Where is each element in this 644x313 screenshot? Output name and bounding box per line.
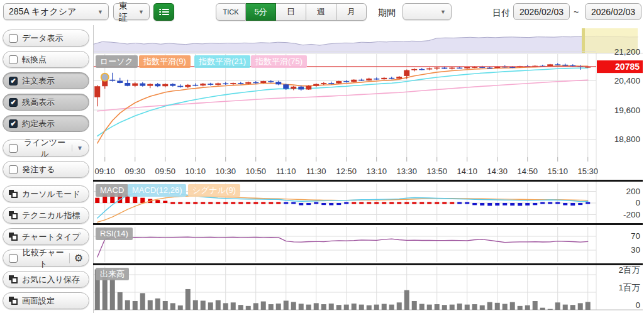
svg-text:30: 30 <box>631 245 640 255</box>
date-from-input[interactable] <box>513 3 570 20</box>
legend-ema9: 指数平滑(9) <box>139 55 191 68</box>
rsi-panel: 7030 <box>94 231 640 257</box>
svg-text:09:50: 09:50 <box>155 167 175 176</box>
legend-ema75: 指数平滑(75) <box>251 55 307 68</box>
symbol-select[interactable]: 285A キオクシア ▼ <box>3 3 109 20</box>
interval-button-group: TICK 5分 日 週 月 <box>216 3 367 21</box>
sidebar-item-order-display[interactable]: 注文表示 <box>3 72 89 89</box>
svg-text:20785: 20785 <box>615 62 640 72</box>
gear-icon[interactable]: ⚙ <box>74 253 83 263</box>
date-to-input[interactable] <box>585 3 641 20</box>
svg-text:14:30: 14:30 <box>487 167 508 176</box>
period-select[interactable]: ▼ <box>402 3 452 20</box>
checkbox-checked <box>9 77 18 85</box>
sidebar-item-balance-display[interactable]: 残高表示 <box>3 94 89 111</box>
symbol-list-button[interactable] <box>153 3 174 21</box>
execution-marker <box>101 74 109 81</box>
checkbox-unchecked <box>9 165 18 174</box>
sidebar-item-technical-indicator[interactable]: テクニカル指標 <box>3 207 89 224</box>
svg-text:0: 0 <box>635 198 640 207</box>
checkbox-unchecked <box>9 34 18 43</box>
sidebar-item-chart-type[interactable]: チャートタイプ <box>3 228 89 245</box>
interval-month-button[interactable]: 月 <box>336 3 367 21</box>
checkbox-unchecked <box>9 254 18 263</box>
date-range-separator: ~ <box>574 7 579 17</box>
chevron-down-icon: ▼ <box>94 9 103 15</box>
svg-text:09:10: 09:10 <box>94 167 115 176</box>
checkbox-checked <box>9 98 18 107</box>
svg-text:14:50: 14:50 <box>517 167 538 176</box>
checkbox-unchecked <box>9 144 18 153</box>
svg-text:0: 0 <box>635 300 640 310</box>
navigator <box>94 28 643 53</box>
svg-text:13:30: 13:30 <box>396 167 417 176</box>
chart-app: 09:1009:3009:5010:1010:3010:5011:1011:30… <box>0 0 644 313</box>
svg-text:09:30: 09:30 <box>125 167 145 176</box>
window-icon <box>9 275 18 283</box>
sidebar-item-place-order[interactable]: 発注する <box>3 161 89 178</box>
interval-5min-button[interactable]: 5分 <box>246 3 276 21</box>
legend-ema21: 指数平滑(21) <box>194 55 250 68</box>
chevron-down-icon: ▼ <box>436 9 446 15</box>
sidebar-item-compare-chart[interactable]: 比較チャート ⚙ <box>3 250 89 266</box>
svg-text:10:30: 10:30 <box>215 167 236 176</box>
sidebar-item-save-favorite[interactable]: お気に入り保存 <box>3 271 89 288</box>
chevron-down-icon[interactable]: ▼ <box>77 145 83 151</box>
svg-text:10:50: 10:50 <box>245 167 266 176</box>
svg-text:13:10: 13:10 <box>366 167 387 176</box>
svg-text:200: 200 <box>626 187 640 196</box>
svg-text:15:10: 15:10 <box>547 167 568 176</box>
exchange-select[interactable]: 東証 ▼ <box>113 3 150 20</box>
legend-macd-params: MACD(12,26) <box>128 184 186 197</box>
chevron-down-icon: ▼ <box>135 9 144 15</box>
time-axis: 09:1009:3009:5010:1010:3010:5011:1011:30… <box>94 157 598 176</box>
svg-text:20,400: 20,400 <box>614 76 640 85</box>
date-label: 日付 <box>492 8 510 19</box>
legend-rsi: RSI(14) <box>96 228 133 240</box>
legend-volume: 出来高 <box>96 268 129 280</box>
legend-macd: MACD <box>96 184 128 197</box>
sidebar-item-screen-settings[interactable]: 画面設定 <box>3 292 89 309</box>
svg-text:13:50: 13:50 <box>426 167 447 176</box>
chart-canvas[interactable]: 09:1009:3009:5010:1010:3010:5011:1011:30… <box>0 0 644 313</box>
sidebar-item-data-display[interactable]: データ表示 <box>3 30 89 47</box>
sidebar-item-line-tool[interactable]: ラインツール ▼ <box>3 140 89 156</box>
period-label: 期間 <box>378 8 396 19</box>
svg-text:21,200: 21,200 <box>614 47 640 57</box>
svg-text:19,600: 19,600 <box>614 106 640 115</box>
svg-text:1百万: 1百万 <box>618 283 640 292</box>
svg-text:15:30: 15:30 <box>577 167 598 176</box>
volume-panel: 2百万1百万0 <box>94 265 643 310</box>
svg-text:14:10: 14:10 <box>457 167 477 176</box>
exchange-select-value: 東証 <box>119 1 135 23</box>
toolbar: 285A キオクシア ▼ 東証 ▼ TICK 5分 日 週 月 期間 ▼ 日付 … <box>0 0 644 25</box>
legend-candlestick: ローソク <box>96 55 138 68</box>
svg-text:11:30: 11:30 <box>306 167 326 176</box>
sidebar-item-execution-display[interactable]: 約定表示 <box>3 115 89 132</box>
interval-day-button[interactable]: 日 <box>276 3 306 21</box>
window-icon <box>9 297 18 305</box>
checkbox-unchecked <box>9 55 18 64</box>
sidebar: データ表示 転換点 注文表示 残高表示 約定表示 ラインツール ▼ 発注する <box>0 25 93 313</box>
svg-text:12:50: 12:50 <box>336 167 357 176</box>
svg-text:10:10: 10:10 <box>185 167 206 176</box>
svg-text:2百万: 2百万 <box>618 265 640 275</box>
sidebar-item-turning-point[interactable]: 転換点 <box>3 51 89 68</box>
svg-text:11:10: 11:10 <box>276 167 296 176</box>
sidebar-item-cursor-mode[interactable]: カーソルモード <box>3 185 89 202</box>
symbol-select-value: 285A キオクシア <box>9 6 76 18</box>
legend-signal: シグナル(9) <box>188 184 240 197</box>
svg-text:-200: -200 <box>623 210 640 219</box>
checkbox-checked <box>9 119 18 128</box>
list-icon <box>159 8 169 16</box>
svg-text:18,800: 18,800 <box>614 135 640 144</box>
candlestick-series <box>94 63 591 107</box>
svg-text:70: 70 <box>631 231 640 241</box>
window-icon <box>9 190 18 198</box>
window-icon <box>9 233 18 241</box>
window-icon <box>9 211 18 219</box>
interval-week-button[interactable]: 週 <box>306 3 336 21</box>
ema-lines <box>97 66 588 143</box>
interval-tick-button[interactable]: TICK <box>216 3 246 21</box>
